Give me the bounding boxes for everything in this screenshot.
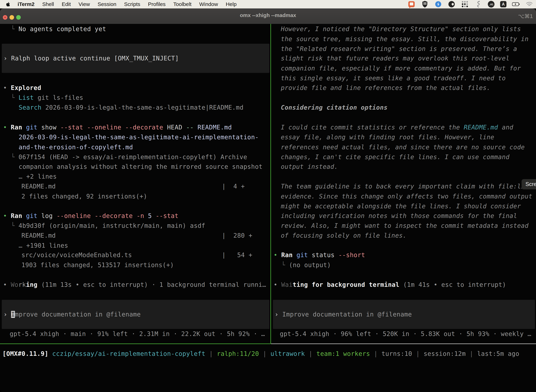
input-source-badge[interactable]: A (500, 1, 507, 7)
terminal-line: of focusing solely on file lines. (281, 232, 407, 239)
terminal-line: | 54 + (222, 252, 252, 258)
terminal-line: 2026-03-09-is-legal-the-same-as-legitima… (19, 134, 259, 141)
terminal-line: └ 067f154 (HEAD -> essay/ai-reimplementa… (11, 154, 247, 160)
menu-item-iterm2[interactable]: iTerm2 (18, 1, 34, 7)
wifi-icon[interactable] (526, 0, 533, 8)
window-title-bar[interactable]: omx --xhigh --madmax ⌥⌘1 (0, 9, 536, 24)
prompt-line: › Ralph loop active continue [OMX_TMUX_I… (4, 55, 179, 62)
battery-percent-badge[interactable]: ..61 (488, 1, 494, 8)
terminal-line: | 4 + (222, 183, 245, 190)
screen-recording-toast[interactable]: Scre (522, 179, 536, 189)
menu-item-help[interactable]: Help (226, 1, 237, 7)
terminal-line: the source tree, missing the essay. Stil… (281, 36, 529, 42)
terminal-line: companion file, especially if more comme… (281, 65, 521, 72)
terminal-line: • Ran git log --oneline --decorate -n 5 … (3, 212, 178, 219)
terminal-line: references need actual files, and since … (281, 144, 525, 151)
terminal-line: • Ran git show --stat --oneline --decora… (3, 124, 232, 131)
terminal-line: … +2 lines (19, 173, 57, 180)
pane-bottom-border-right (271, 344, 536, 344)
pac-circle-icon[interactable] (448, 0, 455, 8)
battery-icon[interactable] (512, 0, 520, 8)
apple-menu-icon[interactable] (6, 1, 10, 7)
shield-icon[interactable] (421, 0, 429, 8)
menu-item-scripts[interactable]: Scripts (124, 1, 140, 7)
terminal-line: | 280 + (222, 232, 252, 239)
terminal-line: including verification notes with those … (281, 212, 517, 219)
menu-item-window[interactable]: Window (199, 1, 218, 7)
session-status-line: gpt-5.4 xhigh · main · 91% left · 2.31M … (10, 330, 265, 337)
window-title: omx --xhigh --madmax (0, 12, 536, 18)
terminal-line: 2 files changed, 92 insertions(+) (21, 193, 147, 200)
terminal-line: However, I noticed the "Directory Struct… (281, 25, 521, 33)
omx-status-line: [OMX#0.11.9] cczip/essay/ai-reimplementa… (2, 350, 519, 357)
terminal-line: this single essay, it seems like a good … (281, 75, 506, 82)
terminal-line: └ 4b9d30f (origin/main, instructkr/main,… (11, 222, 205, 229)
menu-item-edit[interactable]: Edit (62, 1, 71, 7)
terminal-line: changes, I can't cite specific file line… (281, 154, 509, 160)
terminal-line: └ List git ls-files (11, 94, 83, 101)
terminal-line: src/voice/voiceModeEnabled.ts (21, 252, 132, 258)
session-status-line: gpt-5.4 xhigh · 96% left · 520K in · 5.8… (280, 330, 531, 337)
menu-items: iTerm2ShellEditViewSessionScriptsProfile… (10, 1, 237, 7)
terminal-line: 1903 files changed, 513517 insertions(+) (21, 261, 174, 269)
menu-item-toolbelt[interactable]: Toolbelt (173, 1, 191, 7)
terminal-line: provide file and line references from th… (281, 84, 490, 91)
pane-divider-vertical[interactable] (270, 24, 271, 344)
menu-item-shell[interactable]: Shell (42, 1, 54, 7)
menu-item-session[interactable]: Session (98, 1, 116, 7)
dots-grid-icon[interactable] (461, 0, 469, 8)
messenger-badge-icon[interactable] (434, 0, 442, 8)
terminal-line: output instead. (281, 163, 338, 170)
terminal-line: slight risk that future readers may over… (281, 55, 509, 62)
menu-item-view[interactable]: View (79, 1, 90, 7)
macos-menu-bar: iTerm2ShellEditViewSessionScriptsProfile… (0, 0, 536, 9)
terminal-line: └ No agents completed yet (11, 25, 106, 33)
terminal-line: might be acceptable alongside the file l… (281, 203, 521, 210)
terminal-line: companion analysis without altering the … (19, 163, 263, 170)
terminal-line: └ (no output) (281, 261, 331, 269)
pane-bottom-border-left (0, 344, 270, 344)
terminal-line: The team guideline is to back every impo… (281, 183, 532, 190)
terminal-line: and-the-erosion-of-copyleft.md (19, 144, 133, 151)
terminal-line: • Explored (3, 84, 41, 91)
terminal-line: • Working (11m 13s • esc to interrupt) ·… (3, 281, 266, 288)
terminal-line: essay file, along with finding root file… (281, 134, 494, 141)
prompt-line: › Improve documentation in @filename (275, 311, 412, 318)
window-shortcut-badge: ⌥⌘1 (518, 13, 533, 19)
terminal-line: Search 2026-03-09-is-legal-the-same-as-l… (19, 104, 244, 111)
toast-label: Scre (526, 181, 536, 187)
iterm2-window: omx --xhigh --madmax ⌥⌘1 └ No agents com… (0, 9, 536, 392)
menu-item-profiles[interactable]: Profiles (148, 1, 165, 7)
chat-icon[interactable] (408, 0, 415, 8)
menu-bar-status-icons: ..61 A (408, 0, 533, 9)
terminal-line: Considering citation options (281, 104, 388, 111)
dragon-icon[interactable] (474, 0, 482, 8)
terminal-line: … +1901 lines (19, 242, 68, 249)
terminal-line: evidence. Since this change only affects… (281, 193, 532, 200)
terminal-content[interactable]: └ No agents completed yet› Ralph loop ac… (0, 24, 536, 392)
terminal-line: I could cite commit statistics or refere… (281, 124, 513, 131)
terminal-line: README.md (21, 183, 56, 190)
terminal-line: • Waiting for background terminal (1m 41… (274, 281, 506, 288)
terminal-line: • Ran git status --short (274, 252, 365, 258)
terminal-line: review. Also, I might want to inspect th… (281, 222, 529, 229)
terminal-line: README.md (21, 232, 56, 239)
prompt-line: › Improve documentation in @filename (4, 311, 141, 318)
terminal-line: the "Related research writing" section i… (281, 45, 517, 52)
